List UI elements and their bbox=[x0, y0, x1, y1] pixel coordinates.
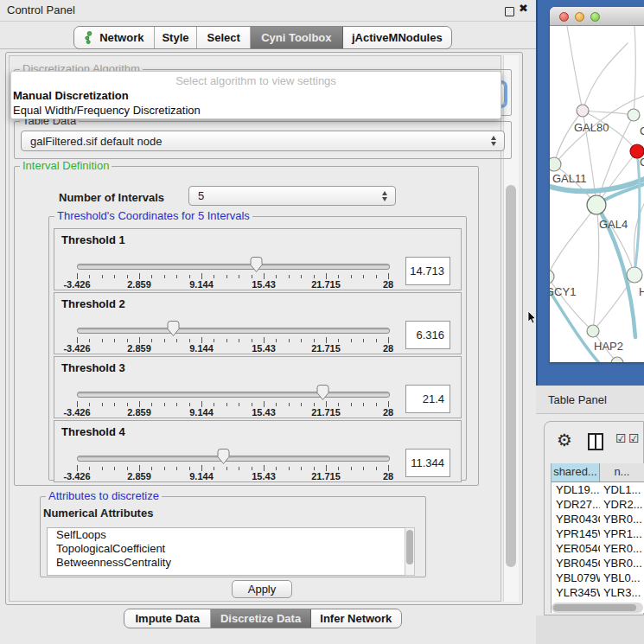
threshold-4-value-field[interactable]: 11.344 bbox=[405, 449, 450, 477]
list-item[interactable]: TopologicalCoefficient bbox=[48, 542, 414, 556]
attributes-list-scrollbar[interactable] bbox=[405, 527, 415, 576]
network-node[interactable] bbox=[550, 157, 561, 171]
tick-mark bbox=[363, 339, 364, 342]
network-edge[interactable] bbox=[567, 26, 583, 111]
close-icon[interactable]: ✖ bbox=[519, 2, 528, 15]
network-edge[interactable] bbox=[593, 205, 599, 331]
network-edge[interactable] bbox=[554, 111, 583, 164]
tick-mark bbox=[363, 403, 364, 406]
tick-mark bbox=[326, 337, 327, 343]
table-row[interactable]: YER054CYER0... bbox=[552, 541, 644, 556]
table-row[interactable]: YDL19...YDL1... bbox=[552, 482, 644, 497]
tick-mark bbox=[164, 467, 165, 470]
network-edge[interactable] bbox=[634, 151, 640, 275]
close-traffic-light-icon[interactable] bbox=[559, 12, 569, 22]
tab-jactivemnodules[interactable]: jActiveMNodules bbox=[343, 27, 451, 48]
tab-select[interactable]: Select bbox=[197, 27, 251, 48]
network-node-label: GAL80 bbox=[574, 121, 609, 134]
gear-icon[interactable]: ⚙ bbox=[557, 430, 572, 450]
algorithm-option-manual[interactable]: Manual Discretization bbox=[13, 88, 497, 103]
network-node[interactable] bbox=[587, 325, 599, 337]
column-header-name[interactable]: n... bbox=[600, 463, 644, 481]
num-intervals-combobox[interactable]: 5 bbox=[188, 186, 396, 206]
tick-mark bbox=[301, 403, 302, 406]
right-column-footer bbox=[536, 615, 644, 644]
table-row[interactable]: YLR345WYLR3... bbox=[552, 585, 644, 600]
threshold-4-slider[interactable] bbox=[77, 456, 390, 462]
threshold-2-value-field[interactable]: 6.316 bbox=[405, 321, 450, 349]
tick-mark bbox=[239, 339, 239, 342]
slider-thumb[interactable] bbox=[249, 256, 264, 273]
zoom-traffic-light-icon[interactable] bbox=[590, 12, 600, 22]
tick-mark bbox=[239, 467, 239, 470]
slider-thumb[interactable] bbox=[166, 320, 181, 337]
tick-mark bbox=[89, 275, 90, 278]
network-node[interactable] bbox=[628, 109, 640, 121]
tick-mark bbox=[252, 467, 252, 470]
tab-infer-network[interactable]: Infer Network bbox=[311, 609, 401, 628]
tick-mark bbox=[376, 403, 377, 406]
table-cell: YBR045C bbox=[552, 556, 600, 571]
column-header-shared-name[interactable]: shared... bbox=[552, 463, 600, 481]
network-canvas[interactable]: GAL80GACGAL11GAL4GCY1HHAP2 bbox=[550, 26, 644, 362]
list-item[interactable]: SelfLoops bbox=[48, 528, 414, 542]
network-node[interactable] bbox=[587, 195, 606, 214]
table-row[interactable]: YDR27...YDR2... bbox=[552, 497, 644, 512]
tab-cyni-toolbox[interactable]: Cyni Toolbox bbox=[251, 27, 343, 48]
tab-style[interactable]: Style bbox=[155, 27, 198, 48]
column-view-icon[interactable] bbox=[588, 433, 603, 450]
table-row[interactable]: YBL079WYBL0... bbox=[552, 571, 644, 585]
threshold-4-panel: Threshold 4 -3.4262.8599.14415.4321.7152… bbox=[54, 420, 462, 482]
algorithm-option-equal-width[interactable]: Equal Width/Frequency Discretization bbox=[13, 103, 497, 118]
slider-thumb[interactable] bbox=[216, 448, 231, 465]
tick-mark bbox=[376, 339, 377, 342]
scrollbar-thumb[interactable] bbox=[506, 185, 516, 567]
tick-mark bbox=[301, 275, 302, 278]
tick-mark bbox=[114, 275, 115, 278]
network-edge[interactable] bbox=[583, 43, 628, 111]
table-data-combobox[interactable]: galFiltered.sif default node bbox=[21, 131, 505, 151]
network-node[interactable] bbox=[627, 267, 642, 283]
checkbox-icon[interactable]: ☑ bbox=[628, 431, 640, 445]
tick-label: 2.859 bbox=[113, 407, 165, 418]
table-horizontal-scrollbar[interactable] bbox=[552, 603, 643, 613]
tab-discretize-data[interactable]: Discretize Data bbox=[211, 609, 310, 628]
tab-network-label: Network bbox=[99, 31, 143, 44]
threshold-1-value-field[interactable]: 14.713 bbox=[405, 257, 450, 285]
table-row[interactable]: YBR043CYBR0... bbox=[552, 512, 644, 526]
slider-thumb[interactable] bbox=[316, 384, 330, 401]
network-edge[interactable] bbox=[550, 205, 596, 277]
table-row[interactable]: YBR045CYBR0... bbox=[552, 556, 644, 571]
scrollbar-thumb[interactable] bbox=[406, 530, 413, 564]
tick-mark bbox=[276, 403, 277, 406]
numerical-attributes-list[interactable]: SelfLoops TopologicalCoefficient Between… bbox=[47, 527, 415, 576]
tick-mark bbox=[176, 275, 177, 278]
node-attribute-table[interactable]: shared... n... YDL19...YDL1...YDR27...YD… bbox=[551, 463, 644, 613]
checkbox-icon[interactable]: ☑ bbox=[615, 431, 627, 445]
network-edge[interactable] bbox=[634, 26, 635, 115]
network-node[interactable] bbox=[577, 105, 589, 117]
threshold-3-slider[interactable] bbox=[77, 392, 390, 398]
tab-impute-data[interactable]: Impute Data bbox=[124, 609, 211, 628]
tick-mark bbox=[102, 275, 103, 278]
tab-jactivemnodules-label: jActiveMNodules bbox=[352, 31, 443, 44]
float-window-icon[interactable] bbox=[505, 7, 514, 16]
table-row[interactable]: YPR145WYPR1... bbox=[552, 526, 644, 541]
network-node[interactable] bbox=[550, 270, 554, 284]
threshold-2-slider[interactable] bbox=[77, 328, 390, 334]
table-cell: YBR0... bbox=[600, 512, 644, 526]
tick-mark bbox=[201, 401, 202, 407]
apply-button[interactable]: Apply bbox=[232, 580, 292, 598]
scrollbar-thumb[interactable] bbox=[553, 604, 636, 611]
tick-mark bbox=[201, 337, 202, 343]
minimize-traffic-light-icon[interactable] bbox=[575, 12, 584, 22]
threshold-3-value-field[interactable]: 21.4 bbox=[405, 385, 450, 413]
table-cell: YER054C bbox=[552, 541, 600, 556]
network-edge[interactable] bbox=[596, 151, 637, 205]
interval-definition-title: Interval Definition bbox=[20, 159, 112, 172]
list-item[interactable]: BetweennessCentrality bbox=[48, 556, 414, 570]
tab-network[interactable]: Network bbox=[74, 27, 155, 48]
tick-mark bbox=[176, 403, 177, 406]
threshold-1-slider[interactable] bbox=[77, 264, 390, 270]
network-window-titlebar[interactable] bbox=[550, 7, 644, 26]
